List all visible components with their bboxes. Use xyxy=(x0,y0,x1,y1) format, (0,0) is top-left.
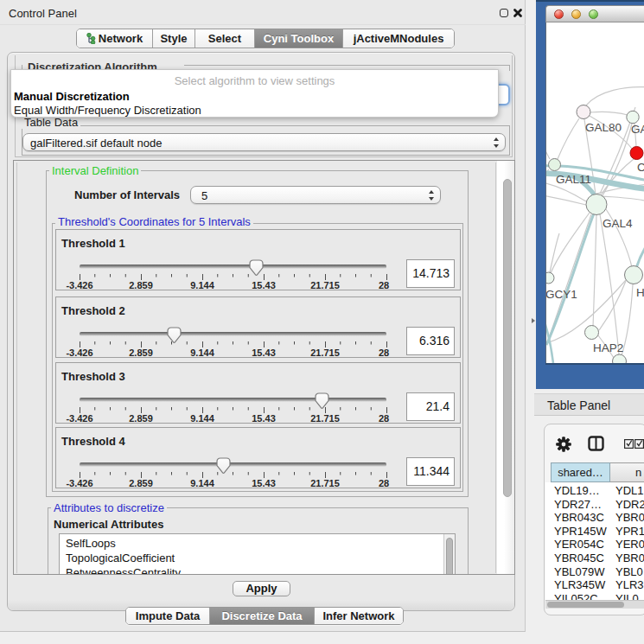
svg-text:GAL4: GAL4 xyxy=(603,217,633,230)
svg-text:GCY1: GCY1 xyxy=(546,288,577,301)
svg-text:H: H xyxy=(636,286,644,299)
svg-text:HAP2: HAP2 xyxy=(593,341,623,354)
svg-text:C: C xyxy=(637,161,644,174)
svg-text:GA: GA xyxy=(631,123,644,136)
svg-text:GAL11: GAL11 xyxy=(556,173,591,186)
svg-text:GAL80: GAL80 xyxy=(585,121,622,134)
